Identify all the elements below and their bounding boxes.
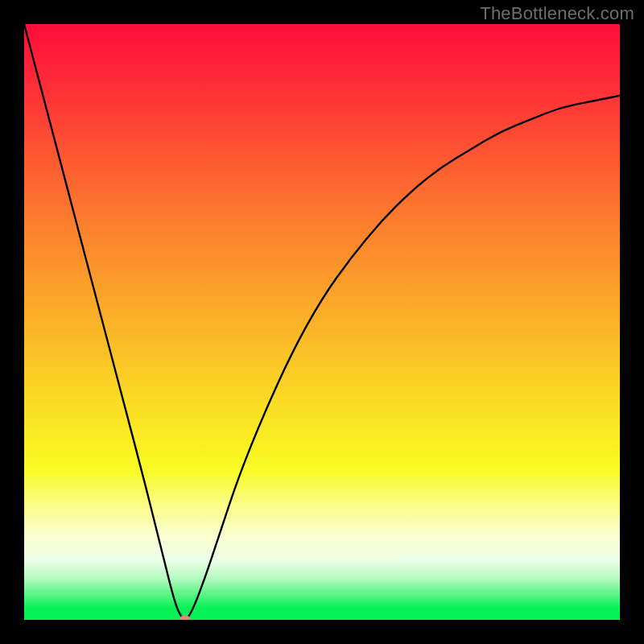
watermark-text: TheBottleneck.com [480,3,634,24]
curve-path [24,24,620,618]
bottleneck-curve [24,24,620,620]
plot-area [24,24,620,620]
chart-frame: TheBottleneck.com [0,0,644,644]
